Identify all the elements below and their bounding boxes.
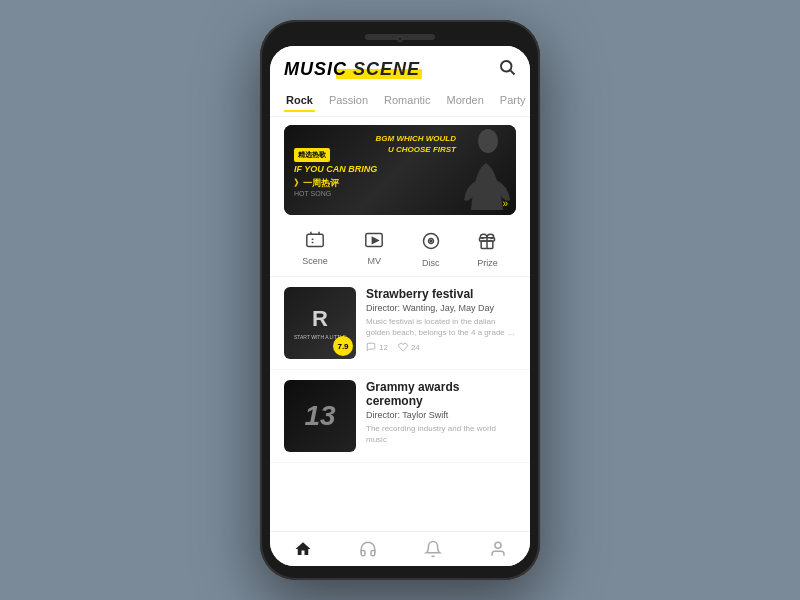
nav-bell[interactable] (414, 538, 452, 560)
tab-party[interactable]: Party (498, 90, 528, 112)
item-info: Strawberry festival Director: Wanting, J… (366, 287, 516, 359)
banner-hot: HOT SONG (294, 190, 506, 197)
svg-point-0 (501, 61, 512, 72)
item-title: Strawberry festival (366, 287, 516, 301)
thumb-content: R START WITH A LITTLE (294, 306, 346, 340)
scene-icon (305, 231, 325, 253)
banner-tag: 精选热歌 (294, 148, 330, 162)
bottom-nav (270, 531, 530, 566)
banner-line1: IF YOU CAN BRING (294, 164, 506, 175)
like-number: 24 (411, 343, 420, 352)
like-count: 24 (398, 342, 420, 352)
director-name: Wanting, Jay, May Day (400, 303, 494, 313)
scene-label: Scene (302, 256, 328, 266)
quick-links: Scene MV Di (270, 223, 530, 277)
nav-tabs: Rock Passion Romantic Morden Party (270, 86, 530, 117)
banner-content: 精选热歌 IF YOU CAN BRING 》一周热评 HOT SONG (284, 135, 516, 205)
svg-marker-9 (373, 238, 379, 244)
svg-line-1 (510, 70, 514, 74)
quick-link-scene[interactable]: Scene (302, 231, 328, 268)
banner[interactable]: 精选热歌 IF YOU CAN BRING 》一周热评 HOT SONG BGM… (284, 125, 516, 215)
item-description: The recording industry and the world mus… (366, 423, 516, 445)
list-item[interactable]: 13 Grammy awards ceremony Director: Tayl… (270, 370, 530, 463)
thumb-number: 13 (304, 400, 335, 432)
quick-link-mv[interactable]: MV (364, 231, 384, 268)
svg-rect-3 (307, 234, 323, 246)
tab-passion[interactable]: Passion (327, 90, 370, 112)
phone-screen: MUSIC SCENE Rock Passion Romantic Morden… (270, 46, 530, 566)
svg-point-16 (495, 542, 501, 548)
rating-badge: 7.9 (333, 336, 353, 356)
quick-link-disc[interactable]: Disc (421, 231, 441, 268)
item-title: Grammy awards ceremony (366, 380, 516, 408)
app-header: MUSIC SCENE (270, 46, 530, 86)
director-name: Taylor Swift (400, 410, 448, 420)
nav-user[interactable] (479, 538, 517, 560)
mv-icon (364, 231, 384, 253)
list-item[interactable]: R START WITH A LITTLE 7.9 Strawberry fes… (270, 277, 530, 370)
item-director: Director: Taylor Swift (366, 410, 516, 420)
nav-home[interactable] (284, 538, 322, 560)
prize-label: Prize (477, 258, 498, 268)
item-thumbnail: 13 (284, 380, 356, 452)
svg-point-12 (430, 240, 432, 242)
item-info: Grammy awards ceremony Director: Taylor … (366, 380, 516, 452)
tab-rock[interactable]: Rock (284, 90, 315, 112)
title-text: MUSIC SCENE (284, 59, 420, 79)
disc-icon (421, 231, 441, 255)
tab-morden[interactable]: Morden (445, 90, 486, 112)
item-meta: 12 24 (366, 342, 516, 352)
thumb-letter: R (294, 306, 346, 332)
nav-headphones[interactable] (349, 538, 387, 560)
mv-label: MV (368, 256, 382, 266)
comment-count: 12 (366, 342, 388, 352)
item-description: Music festival is located in the dalian … (366, 316, 516, 338)
content-list: R START WITH A LITTLE 7.9 Strawberry fes… (270, 277, 530, 531)
item-thumbnail: R START WITH A LITTLE 7.9 (284, 287, 356, 359)
banner-week: 》一周热评 (294, 177, 506, 190)
prize-icon (477, 231, 497, 255)
comment-number: 12 (379, 343, 388, 352)
quick-link-prize[interactable]: Prize (477, 231, 498, 268)
item-director: Director: Wanting, Jay, May Day (366, 303, 516, 313)
app-title: MUSIC SCENE (284, 59, 420, 80)
disc-label: Disc (422, 258, 440, 268)
phone-shell: MUSIC SCENE Rock Passion Romantic Morden… (260, 20, 540, 580)
tab-romantic[interactable]: Romantic (382, 90, 432, 112)
director-label: Director: (366, 410, 400, 420)
director-label: Director: (366, 303, 400, 313)
phone-camera (397, 36, 403, 42)
search-button[interactable] (498, 58, 516, 80)
